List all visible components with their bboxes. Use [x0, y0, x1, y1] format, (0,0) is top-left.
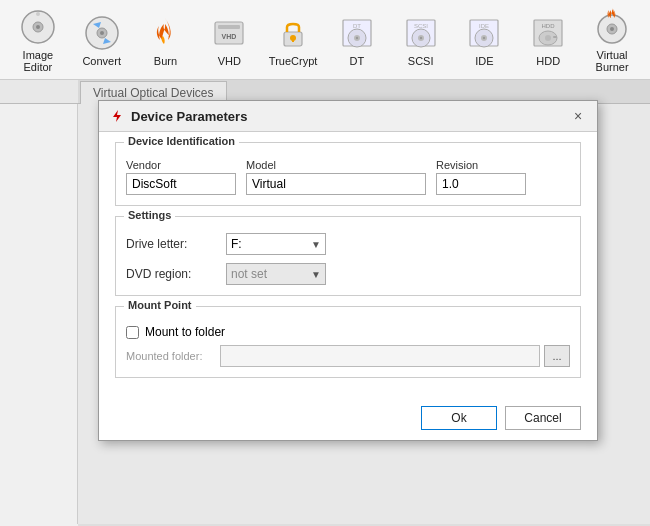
svg-point-17 — [356, 36, 358, 38]
toolbar-item-hdd[interactable]: HDD HDD — [516, 9, 580, 71]
mount-point-title: Mount Point — [124, 299, 196, 311]
svg-point-22 — [419, 36, 421, 38]
toolbar-item-convert-label: Convert — [82, 55, 121, 67]
scsi-icon: SCSI — [401, 13, 441, 53]
ok-button[interactable]: Ok — [421, 406, 497, 430]
svg-point-3 — [36, 12, 40, 16]
ide-icon: IDE — [464, 13, 504, 53]
device-id-fields: Vendor Model Revision — [126, 159, 570, 195]
toolbar: Image Editor Convert Burn — [0, 0, 650, 80]
revision-label: Revision — [436, 159, 526, 171]
modal-close-button[interactable]: × — [569, 107, 587, 125]
toolbar-item-image-editor-label: Image Editor — [8, 49, 68, 73]
drive-letter-arrow: ▼ — [311, 239, 321, 250]
toolbar-item-image-editor[interactable]: Image Editor — [6, 3, 70, 77]
dvd-region-arrow: ▼ — [311, 269, 321, 280]
toolbar-item-burn-label: Burn — [154, 55, 177, 67]
device-identification-title: Device Identification — [124, 135, 239, 147]
svg-text:HDD: HDD — [542, 23, 556, 29]
settings-section: Settings Drive letter: F: ▼ DVD region: … — [115, 216, 581, 296]
vendor-label: Vendor — [126, 159, 236, 171]
toolbar-item-vhd-label: VHD — [218, 55, 241, 67]
vendor-field-group: Vendor — [126, 159, 236, 195]
modal-overlay: Device Parameters × Device Identificatio… — [78, 80, 650, 526]
mounted-folder-input[interactable] — [220, 345, 540, 367]
modal-titlebar: Device Parameters × — [99, 101, 597, 132]
toolbar-item-scsi[interactable]: SCSI SCSI — [389, 9, 453, 71]
toolbar-item-virtual-burner[interactable]: Virtual Burner — [580, 3, 644, 77]
toolbar-item-ide[interactable]: IDE IDE — [453, 9, 517, 71]
model-label: Model — [246, 159, 426, 171]
modal-footer: Ok Cancel — [99, 400, 597, 440]
svg-text:DT: DT — [353, 23, 361, 29]
svg-rect-8 — [218, 25, 240, 29]
svg-text:VHD: VHD — [222, 33, 237, 40]
toolbar-item-truecrypt-label: TrueCrypt — [269, 55, 318, 67]
cancel-button[interactable]: Cancel — [505, 406, 581, 430]
truecrypt-icon — [273, 13, 313, 53]
toolbar-item-vhd[interactable]: VHD VHD — [197, 9, 261, 71]
mount-point-section: Mount Point Mount to folder Mounted fold… — [115, 306, 581, 378]
drive-letter-value: F: — [231, 237, 242, 251]
vhd-icon: VHD — [209, 13, 249, 53]
toolbar-item-convert[interactable]: Convert — [70, 9, 134, 71]
modal-body: Device Identification Vendor Model Revis… — [99, 132, 597, 400]
svg-point-27 — [483, 36, 485, 38]
virtual-burner-icon — [592, 7, 632, 47]
main-area: Device Parameters × Device Identificatio… — [0, 104, 650, 524]
revision-input[interactable] — [436, 173, 526, 195]
svg-text:IDE: IDE — [479, 23, 489, 29]
mounted-folder-row: Mounted folder: ... — [126, 345, 570, 367]
toolbar-item-scsi-label: SCSI — [408, 55, 434, 67]
dt-icon: DT — [337, 13, 377, 53]
browse-button[interactable]: ... — [544, 345, 570, 367]
mounted-folder-label: Mounted folder: — [126, 350, 216, 362]
model-field-group: Model — [246, 159, 426, 195]
svg-text:SCSI: SCSI — [414, 23, 428, 29]
dvd-region-row: DVD region: not set ▼ — [126, 263, 570, 285]
toolbar-item-virtual-burner-label: Virtual Burner — [582, 49, 642, 73]
sidebar — [0, 104, 78, 524]
modal-title: Device Parameters — [131, 109, 247, 124]
revision-field-group: Revision — [436, 159, 526, 195]
dvd-region-value: not set — [231, 267, 267, 281]
mount-to-folder-checkbox[interactable] — [126, 326, 139, 339]
toolbar-item-dt-label: DT — [350, 55, 365, 67]
toolbar-item-burn[interactable]: Burn — [134, 9, 198, 71]
toolbar-item-dt[interactable]: DT DT — [325, 9, 389, 71]
dvd-region-label: DVD region: — [126, 267, 216, 281]
svg-point-6 — [100, 31, 104, 35]
mount-to-folder-label: Mount to folder — [145, 325, 225, 339]
device-identification-section: Device Identification Vendor Model Revis… — [115, 142, 581, 206]
model-input[interactable] — [246, 173, 426, 195]
vendor-input[interactable] — [126, 173, 236, 195]
svg-point-35 — [610, 27, 614, 31]
device-parameters-modal: Device Parameters × Device Identificatio… — [98, 100, 598, 441]
svg-rect-32 — [553, 36, 557, 38]
svg-rect-12 — [292, 38, 294, 42]
burn-icon — [145, 13, 185, 53]
mount-to-folder-row: Mount to folder — [126, 325, 570, 339]
settings-title: Settings — [124, 209, 175, 221]
toolbar-item-truecrypt[interactable]: TrueCrypt — [261, 9, 325, 71]
convert-icon — [82, 13, 122, 53]
svg-point-31 — [545, 35, 551, 41]
drive-letter-label: Drive letter: — [126, 237, 216, 251]
image-editor-icon — [18, 7, 58, 47]
toolbar-item-hdd-label: HDD — [536, 55, 560, 67]
svg-point-2 — [36, 25, 40, 29]
lightning-icon — [109, 108, 125, 124]
hdd-icon: HDD — [528, 13, 568, 53]
toolbar-item-ide-label: IDE — [475, 55, 493, 67]
drive-letter-dropdown[interactable]: F: ▼ — [226, 233, 326, 255]
modal-titlebar-left: Device Parameters — [109, 108, 247, 124]
dvd-region-dropdown[interactable]: not set ▼ — [226, 263, 326, 285]
drive-letter-row: Drive letter: F: ▼ — [126, 233, 570, 255]
